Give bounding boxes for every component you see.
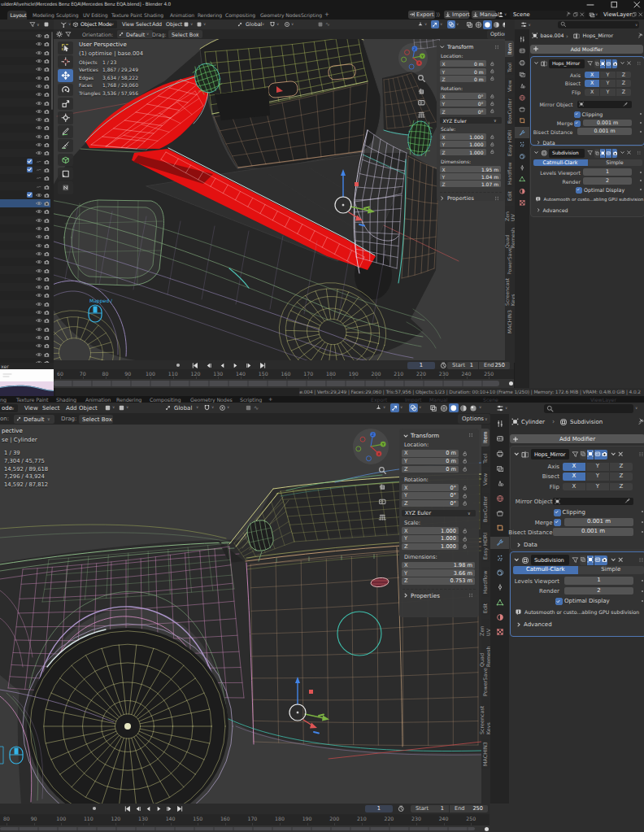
outliner-row[interactable] [0, 49, 50, 57]
workspace-tab-compositing[interactable]: Compositing [225, 12, 255, 18]
properties-tab-printer-icon[interactable] [519, 59, 526, 67]
clipping-checkbox[interactable] [574, 111, 581, 118]
camera-icon[interactable] [43, 217, 50, 224]
transform-field[interactable]: X0 m [440, 60, 486, 67]
workspace-tab-geometry-nodes[interactable]: Geometry Nodes [260, 12, 301, 18]
timeline-scrollbar[interactable] [0, 827, 475, 830]
outliner-row[interactable] [0, 216, 50, 224]
overlays-toggle[interactable] [409, 403, 418, 412]
menu-add[interactable]: Add [66, 405, 77, 412]
outliner-row[interactable] [0, 291, 50, 299]
algo-catmull-clark[interactable]: Catmull-Clark [533, 159, 588, 167]
outliner-row[interactable] [0, 199, 50, 207]
camera-icon[interactable] [43, 326, 50, 333]
lock-open-icon[interactable] [462, 458, 468, 464]
copy-dup-icon[interactable] [631, 11, 637, 18]
sidebar-tab-edit[interactable]: Edit [505, 190, 514, 203]
transform-field[interactable]: Y0 m [402, 458, 459, 465]
snap-icon[interactable] [269, 21, 276, 28]
orient-icon[interactable] [164, 404, 172, 412]
outliner-row[interactable] [0, 308, 50, 316]
outliner-row[interactable] [0, 224, 50, 233]
menu-add[interactable]: Add [152, 21, 162, 28]
properties-tab-material-icon[interactable] [496, 613, 504, 621]
export-button[interactable]: Export [408, 11, 435, 19]
funnel-icon[interactable] [587, 60, 594, 67]
play-icon[interactable] [155, 805, 163, 812]
transform-field[interactable]: X0° [440, 93, 486, 99]
propfall-dot-icon[interactable] [317, 21, 324, 28]
funnel-icon[interactable] [587, 150, 594, 156]
play-rev-icon[interactable] [219, 362, 226, 369]
current-frame-field[interactable]: 1 [407, 362, 435, 369]
dots-grid-icon[interactable] [636, 60, 642, 67]
toggle-render[interactable] [612, 59, 618, 68]
manual-button[interactable]: Manual [472, 11, 496, 19]
timeline-scrollbar[interactable] [54, 381, 499, 386]
properties-tab-constraints-icon[interactable] [519, 164, 526, 172]
dropper-gizmo-icon[interactable] [417, 21, 424, 28]
properties-tab-render-cam-icon[interactable] [496, 434, 504, 442]
chev-right-icon[interactable] [536, 140, 542, 146]
outliner-row[interactable] [0, 342, 50, 350]
eye-icon[interactable] [36, 124, 42, 131]
snap-icon[interactable] [203, 404, 211, 412]
scene-selector[interactable]: Scene [510, 11, 585, 19]
chev-down-icon[interactable] [533, 60, 539, 66]
lock-open-icon[interactable] [490, 149, 495, 155]
add-modifier-button[interactable]: Add Modifier [530, 45, 643, 54]
outliner-row[interactable] [0, 258, 50, 266]
transform-field[interactable]: Y0° [440, 100, 486, 107]
clipping-checkbox[interactable] [554, 509, 561, 516]
tool-nd-button[interactable] [58, 181, 73, 194]
camera-icon[interactable] [43, 184, 50, 190]
algo-catmull-clark[interactable]: Catmull-Clark [513, 566, 579, 574]
properties-tab-obj-square-icon[interactable] [519, 117, 526, 124]
toggle-realtime[interactable] [594, 450, 601, 460]
end-frame-field[interactable]: End250 [450, 805, 488, 813]
chev-down-icon[interactable] [402, 433, 409, 439]
dimension-field[interactable]: X1.98 m [402, 562, 475, 569]
camera-icon[interactable] [43, 116, 50, 123]
chev-right-icon[interactable] [516, 542, 522, 548]
lock-open-icon[interactable] [490, 101, 495, 107]
camera-icon[interactable] [43, 100, 50, 107]
toggle-edit-cage[interactable] [594, 59, 600, 68]
axis-y[interactable]: Y [600, 72, 615, 79]
properties-tab-constraints-icon[interactable] [496, 583, 504, 591]
outliner-row[interactable] [0, 275, 50, 283]
chev-right-icon[interactable] [516, 621, 522, 628]
propfall-icon[interactable] [284, 21, 290, 28]
jump-start-icon[interactable] [191, 362, 198, 369]
outliner-row[interactable] [0, 98, 50, 107]
toggle-realtime[interactable] [594, 555, 601, 565]
gizmo-toggle[interactable] [431, 20, 439, 28]
add-modifier-button[interactable]: Add Modifier [510, 434, 644, 443]
camera-icon[interactable] [43, 292, 50, 298]
eye-icon[interactable] [36, 326, 42, 333]
camera-icon[interactable] [43, 309, 50, 316]
camera-icon[interactable] [43, 268, 50, 274]
render-levels-field[interactable]: 2 [564, 587, 633, 595]
camera-icon[interactable] [43, 58, 50, 64]
close-x-icon[interactable] [637, 11, 644, 18]
xray-icon[interactable] [466, 21, 473, 28]
toggle-editmode[interactable] [600, 59, 606, 68]
orientation-label[interactable]: Global [246, 21, 262, 28]
clock-icon[interactable] [398, 805, 405, 812]
chev-right-icon[interactable] [536, 207, 542, 213]
eye-icon[interactable] [36, 116, 42, 123]
properties-tab-texture-icon[interactable] [519, 199, 526, 207]
camera-icon[interactable] [43, 75, 50, 81]
eye-icon[interactable] [36, 225, 42, 232]
eye-icon[interactable] [36, 50, 42, 56]
eye-icon[interactable] [36, 83, 42, 89]
prev-key-icon[interactable] [134, 805, 141, 812]
outliner-row[interactable] [0, 115, 50, 124]
w2-workspace-tab-compositing[interactable]: Compositing [150, 397, 181, 403]
optimal-display-checkbox[interactable] [555, 598, 563, 605]
menu-select[interactable]: Select [42, 405, 60, 412]
sidebar-tab-screencast-keys[interactable]: Screencast Keys [505, 274, 514, 306]
chev-right-icon[interactable] [402, 592, 409, 599]
transform-field[interactable]: X0 m [402, 450, 459, 457]
